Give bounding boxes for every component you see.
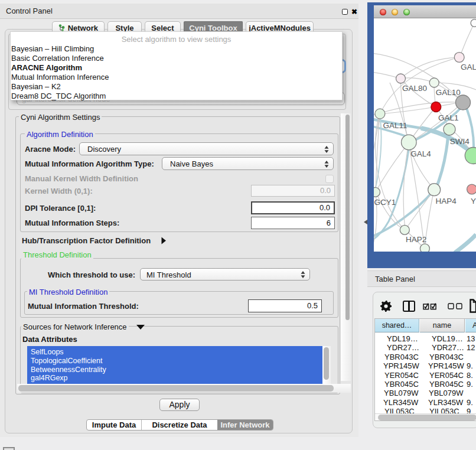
svg-text:GCY1: GCY1 <box>374 198 396 207</box>
svg-text:GAL80: GAL80 <box>402 84 427 93</box>
svg-text:HAP2: HAP2 <box>406 235 426 244</box>
svg-text:GAL4: GAL4 <box>410 149 431 158</box>
svg-text:GAL10: GAL10 <box>436 88 461 97</box>
svg-text:SWI4: SWI4 <box>450 137 470 146</box>
svg-text:GAL11: GAL11 <box>383 121 407 130</box>
svg-text:GAL1: GAL1 <box>438 113 459 122</box>
svg-text:GAL7: GAL7 <box>461 63 476 71</box>
svg-text:YE: YE <box>471 197 476 206</box>
svg-text:HAP4: HAP4 <box>435 197 457 206</box>
